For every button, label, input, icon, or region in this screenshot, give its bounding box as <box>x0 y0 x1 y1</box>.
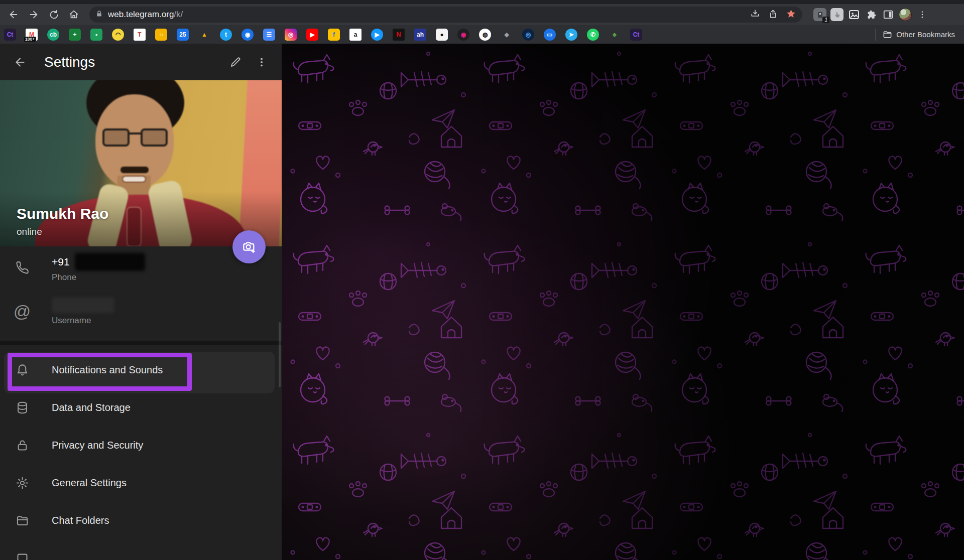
profile-photo[interactable]: Sumukh Rao online <box>0 80 282 246</box>
bell-icon <box>14 363 31 377</box>
edit-pencil-icon[interactable] <box>224 51 247 73</box>
extension-badge-count: 1 <box>822 17 829 23</box>
bookmark-docs-list[interactable]: ☰ <box>263 29 275 41</box>
download-page-icon[interactable] <box>750 9 760 21</box>
chat-wallpaper-area <box>282 44 964 560</box>
site-lock-icon[interactable] <box>95 10 103 20</box>
database-icon <box>14 401 31 414</box>
menu-item-devices-partial[interactable] <box>0 539 282 560</box>
username-row[interactable]: @ Username <box>0 298 282 329</box>
bookmark-blue-card[interactable]: ▭ <box>544 29 556 41</box>
bookmarks-bar: CtM100+cb+▪◠T○25▲t◉☰◎▶fa▶Nah●◉◍◆◎▭➤✆♣Ct … <box>0 25 964 44</box>
back-button[interactable] <box>5 6 22 23</box>
bookmark-prime-video[interactable]: ▶ <box>371 29 383 41</box>
url-text: web.telegram.org/k/ <box>108 10 183 20</box>
bookmark-ct-2[interactable]: Ct <box>630 29 642 41</box>
browser-toolbar: web.telegram.org/k/ 1 <box>0 4 964 25</box>
other-bookmarks-label: Other Bookmarks <box>896 30 955 39</box>
settings-menu: Notifications and Sounds Data and Storag… <box>0 345 282 560</box>
at-icon: @ <box>14 298 31 329</box>
photo-person-mustache <box>120 167 149 173</box>
extension-with-badge[interactable]: 1 <box>813 8 826 21</box>
bookmark-google-sheets[interactable]: + <box>69 29 81 41</box>
menu-item-notifications[interactable]: Notifications and Sounds <box>0 351 282 389</box>
bookmark-google-chat[interactable]: ▪ <box>90 29 102 41</box>
extension-image-icon[interactable] <box>848 8 861 21</box>
bookmark-google-calendar[interactable]: 25 <box>177 29 189 41</box>
bookmark-amazon[interactable]: a <box>349 29 362 41</box>
page-title: Settings <box>35 54 220 70</box>
window-top-strip <box>0 0 964 4</box>
profile-status: online <box>17 226 42 237</box>
doodle-wallpaper <box>282 44 964 560</box>
more-kebab-icon[interactable] <box>251 51 273 73</box>
bookmark-layers[interactable]: ◆ <box>501 29 513 41</box>
phone-value: +91 <box>52 254 145 269</box>
folder-icon <box>14 514 31 527</box>
back-icon[interactable] <box>9 51 31 73</box>
extension-session-icon[interactable] <box>830 8 844 21</box>
redacted-phone-number <box>75 253 145 271</box>
folder-icon <box>883 30 892 39</box>
menu-item-chat-folders[interactable]: Chat Folders <box>0 502 282 539</box>
bookmark-color-disc[interactable]: ◉ <box>457 29 469 41</box>
bookmark-ct[interactable]: Ct <box>4 29 16 41</box>
home-button[interactable] <box>65 6 82 23</box>
bookmark-twitter[interactable]: t <box>220 29 232 41</box>
bookmark-telegram[interactable]: ➤ <box>565 29 577 41</box>
bookmark-gmail[interactable]: M100+ <box>26 29 38 41</box>
bookmark-crunchbase[interactable]: cb <box>47 29 59 41</box>
edit-photo-camera-button[interactable] <box>232 230 266 263</box>
forward-button[interactable] <box>25 6 42 23</box>
other-bookmarks[interactable]: Other Bookmarks <box>875 29 960 41</box>
bookmark-plant[interactable]: ♣ <box>609 29 621 41</box>
bookmark-typography-t[interactable]: T <box>134 29 146 41</box>
bookmark-google-keep[interactable]: ○ <box>155 29 167 41</box>
bookmark-flipkart[interactable]: f <box>328 29 340 41</box>
share-icon[interactable] <box>765 9 781 21</box>
menu-item-privacy-security[interactable]: Privacy and Security <box>0 427 282 464</box>
bookmark-favicons: CtM100+cb+▪◠T○25▲t◉☰◎▶fa▶Nah●◉◍◆◎▭➤✆♣Ct <box>4 29 875 41</box>
bookmark-soundwave[interactable]: ◍ <box>479 29 491 41</box>
extensions-puzzle-icon[interactable] <box>865 8 878 21</box>
bookmark-netflix[interactable]: N <box>393 29 405 41</box>
menu-item-general-settings[interactable]: General Settings <box>0 464 282 502</box>
browser-menu-kebab-icon[interactable] <box>916 8 929 21</box>
bookmark-badge: 100+ <box>24 37 36 42</box>
redacted-username <box>52 297 114 313</box>
bookmark-ajio[interactable]: ah <box>414 29 426 41</box>
section-divider <box>0 341 282 345</box>
lock-icon <box>14 439 31 452</box>
phone-label: Phone <box>52 272 145 283</box>
bookmark-instagram[interactable]: ◎ <box>285 29 297 41</box>
photo-person-smile <box>122 176 146 183</box>
bookmark-rings[interactable]: ◎ <box>522 29 534 41</box>
bookmark-youtube[interactable]: ▶ <box>306 29 318 41</box>
devices-icon <box>14 551 31 560</box>
bookmark-camera-app[interactable]: ● <box>436 29 448 41</box>
gear-icon <box>14 476 31 490</box>
settings-header: Settings <box>0 44 282 80</box>
address-bar[interactable]: web.telegram.org/k/ <box>89 7 802 23</box>
side-panel-icon[interactable] <box>882 8 895 21</box>
settings-sidebar: Settings Su <box>0 44 282 560</box>
username-label: Username <box>52 316 114 326</box>
browser-window: web.telegram.org/k/ 1 <box>0 0 964 560</box>
bookmark-whatsapp[interactable]: ✆ <box>587 29 599 41</box>
sidebar-scrollbar[interactable] <box>279 322 281 387</box>
photo-person-glasses <box>102 128 168 148</box>
bookmark-star-icon[interactable] <box>786 9 796 21</box>
reload-button[interactable] <box>45 6 62 23</box>
bookmark-google-drive[interactable]: ▲ <box>198 29 210 41</box>
profile-name: Sumukh Rao <box>17 205 108 222</box>
phone-icon <box>14 254 31 286</box>
bookmark-basecamp[interactable]: ◠ <box>112 29 124 41</box>
menu-item-data-storage[interactable]: Data and Storage <box>0 389 282 427</box>
bookmark-google-duo[interactable]: ◉ <box>242 29 254 41</box>
extensions-area: 1 <box>809 8 929 21</box>
browser-profile-avatar[interactable] <box>899 8 912 21</box>
